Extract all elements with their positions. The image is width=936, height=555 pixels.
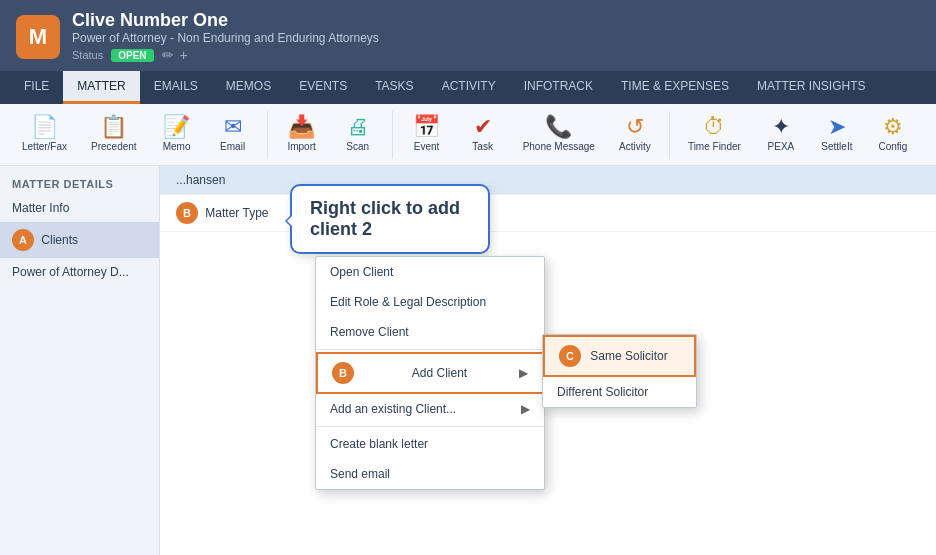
add-icon[interactable]: + [180, 47, 188, 63]
pexa-label: PEXA [768, 141, 795, 153]
event-label: Event [414, 141, 440, 153]
tab-emails[interactable]: EMAILS [140, 71, 212, 104]
context-menu-divider-2 [316, 426, 544, 427]
sidebar-item-power-of-attorney[interactable]: Power of Attorney D... [0, 258, 159, 286]
table-row-client: ...hansen [160, 166, 936, 195]
context-menu-edit-role[interactable]: Edit Role & Legal Description [316, 287, 544, 317]
app-title-block: Clive Number One Power of Attorney - Non… [72, 10, 379, 63]
badge-c: C [559, 345, 581, 367]
task-button[interactable]: ✔ Task [457, 110, 509, 159]
add-existing-client-label: Add an existing Client... [330, 402, 456, 416]
status-icons: ✏ + [162, 47, 188, 63]
memo-label: Memo [163, 141, 191, 153]
callout-text: Right click to add client 2 [310, 198, 460, 239]
time-finder-button[interactable]: ⏱ Time Finder [678, 110, 751, 159]
config-button[interactable]: ⚙ Config [867, 110, 919, 159]
context-menu-send-email[interactable]: Send email [316, 459, 544, 489]
context-menu-divider-1 [316, 349, 544, 350]
client-name: ...hansen [176, 173, 225, 187]
precedent-label: Precedent [91, 141, 137, 153]
status-bar: Status OPEN ✏ + [72, 47, 379, 63]
import-label: Import [287, 141, 315, 153]
badge-a: A [12, 229, 34, 251]
email-button[interactable]: ✉ Email [207, 110, 259, 159]
context-menu-add-client[interactable]: B Add Client ▶ [316, 352, 544, 394]
callout-bubble: Right click to add client 2 [290, 184, 490, 254]
time-finder-icon: ⏱ [703, 116, 725, 138]
letter-fax-label: Letter/Fax [22, 141, 67, 153]
tab-activity[interactable]: ACTIVITY [428, 71, 510, 104]
tab-infotrack[interactable]: INFOTRACK [510, 71, 607, 104]
scan-label: Scan [346, 141, 369, 153]
app-subtitle: Power of Attorney - Non Enduring and End… [72, 31, 379, 45]
memo-button[interactable]: 📝 Memo [151, 110, 203, 159]
main-content: MATTER DETAILS Matter Info A Clients Pow… [0, 166, 936, 555]
tab-tasks[interactable]: TASKS [361, 71, 427, 104]
phone-message-button[interactable]: 📞 Phone Message [513, 110, 605, 159]
config-icon: ⚙ [883, 116, 903, 138]
scan-button[interactable]: 🖨 Scan [332, 110, 384, 159]
activity-label: Activity [619, 141, 651, 153]
tab-file[interactable]: FILE [10, 71, 63, 104]
context-menu-remove-client[interactable]: Remove Client [316, 317, 544, 347]
event-button[interactable]: 📅 Event [401, 110, 453, 159]
tab-matter-insights[interactable]: MATTER INSIGHTS [743, 71, 879, 104]
submenu-different-solicitor[interactable]: Different Solicitor [543, 377, 696, 407]
content-table: ...hansen B Matter Type [160, 166, 936, 232]
badge-b-menu: B [332, 362, 354, 384]
sidebar-item-clients-label: Clients [41, 233, 78, 247]
sidebar-item-clients[interactable]: A Clients [0, 222, 159, 258]
tab-time-expenses[interactable]: TIME & EXPENSES [607, 71, 743, 104]
activity-button[interactable]: ↺ Activity [609, 110, 661, 159]
same-solicitor-label: Same Solicitor [590, 349, 667, 363]
import-button[interactable]: 📥 Import [276, 110, 328, 159]
config-label: Config [878, 141, 907, 153]
add-client-label: Add Client [412, 366, 467, 380]
client-cell: ...hansen [160, 166, 936, 195]
status-badge: OPEN [111, 49, 153, 62]
edit-icon[interactable]: ✏ [162, 47, 174, 63]
app-logo: M [16, 15, 60, 59]
scan-icon: 🖨 [347, 116, 369, 138]
app-header: M Clive Number One Power of Attorney - N… [0, 0, 936, 71]
status-label: Status [72, 49, 103, 61]
letter-fax-icon: 📄 [31, 116, 58, 138]
submenu: C Same Solicitor Different Solicitor [542, 334, 697, 408]
settleit-label: SettleIt [821, 141, 852, 153]
nav-tabs: FILE MATTER EMAILS MEMOS EVENTS TASKS AC… [0, 71, 936, 104]
tab-events[interactable]: EVENTS [285, 71, 361, 104]
toolbar-divider-2 [392, 111, 393, 159]
context-menu: Open Client Edit Role & Legal Descriptio… [315, 256, 545, 490]
pexa-button[interactable]: ✦ PEXA [755, 110, 807, 159]
add-client-arrow: ▶ [519, 366, 528, 380]
matter-type-cell: B Matter Type [160, 195, 936, 232]
app-title: Clive Number One [72, 10, 379, 31]
tab-memos[interactable]: MEMOS [212, 71, 285, 104]
settleit-button[interactable]: ➤ SettleIt [811, 110, 863, 159]
context-menu-create-blank-letter[interactable]: Create blank letter [316, 429, 544, 459]
task-icon: ✔ [474, 116, 492, 138]
context-menu-add-existing-client[interactable]: Add an existing Client... ▶ [316, 394, 544, 424]
task-label: Task [472, 141, 493, 153]
phone-message-label: Phone Message [523, 141, 595, 153]
table-row-matter-type: B Matter Type [160, 195, 936, 232]
add-existing-arrow: ▶ [521, 402, 530, 416]
sidebar-item-matter-info[interactable]: Matter Info [0, 194, 159, 222]
precedent-button[interactable]: 📋 Precedent [81, 110, 147, 159]
toolbar-divider-1 [267, 111, 268, 159]
email-icon: ✉ [224, 116, 242, 138]
letter-fax-button[interactable]: 📄 Letter/Fax [12, 110, 77, 159]
settleit-icon: ➤ [828, 116, 846, 138]
phone-message-icon: 📞 [545, 116, 572, 138]
sidebar-section-header: MATTER DETAILS [0, 170, 159, 194]
submenu-same-solicitor[interactable]: C Same Solicitor [543, 335, 696, 377]
event-icon: 📅 [413, 116, 440, 138]
memo-icon: 📝 [163, 116, 190, 138]
context-menu-open-client[interactable]: Open Client [316, 257, 544, 287]
matter-type-label: Matter Type [205, 206, 268, 220]
time-finder-label: Time Finder [688, 141, 741, 153]
precedent-icon: 📋 [100, 116, 127, 138]
tab-matter[interactable]: MATTER [63, 71, 139, 104]
badge-b: B [176, 202, 198, 224]
toolbar: 📄 Letter/Fax 📋 Precedent 📝 Memo ✉ Email … [0, 104, 936, 166]
